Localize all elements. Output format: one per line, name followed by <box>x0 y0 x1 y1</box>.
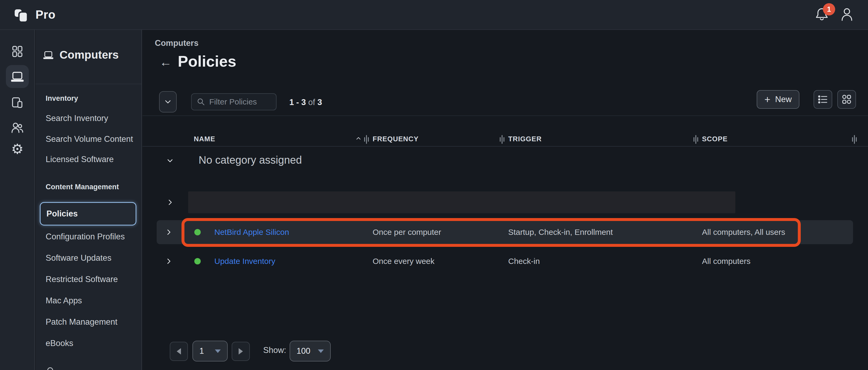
sidebar-item-mac-apps[interactable]: Mac Apps <box>45 296 82 305</box>
brand[interactable]: Pro <box>15 0 56 29</box>
rail-computers-button[interactable] <box>6 65 29 88</box>
topbar: Pro 1 <box>0 0 868 30</box>
icon-rail: ⚙ <box>0 30 35 370</box>
divider <box>143 115 868 116</box>
previous-arrow-icon <box>177 348 181 355</box>
jamf-logo-icon <box>15 7 29 22</box>
notification-badge: 1 <box>823 3 835 15</box>
policy-trigger: Startup, Check-in, Enrollment <box>508 220 613 244</box>
sidebar-item-software-updates[interactable]: Software Updates <box>45 253 111 263</box>
sidebar-item-licensed-software[interactable]: Licensed Software <box>45 155 114 164</box>
rail-users-button[interactable] <box>6 116 29 139</box>
status-enabled-dot <box>194 229 201 235</box>
back-button[interactable]: ← <box>160 55 172 69</box>
column-handle-icon[interactable] <box>851 133 857 145</box>
category-group-label: No category assigned <box>198 154 302 166</box>
column-handle-icon[interactable] <box>499 133 505 145</box>
filter-field <box>191 93 277 110</box>
divider <box>35 84 142 84</box>
plus-icon: + <box>765 94 770 104</box>
new-button-label: New <box>775 95 792 104</box>
grid-view-button[interactable] <box>837 90 856 109</box>
column-header-name[interactable]: NAME <box>194 135 215 143</box>
sidebar-item-label: Policies <box>46 209 78 218</box>
dropdown-caret-icon <box>318 349 324 353</box>
empty-row-placeholder <box>188 192 735 213</box>
rail-devices-button[interactable] <box>6 91 29 114</box>
chevron-right-icon[interactable] <box>164 257 173 266</box>
main-content: Computers ← Policies 1 - 3 of 3 + New <box>143 30 868 370</box>
results-range: 1 - 3 <box>289 98 306 107</box>
list-view-button[interactable] <box>813 90 832 109</box>
sidebar-item-policies[interactable]: Policies <box>40 202 136 226</box>
sidebar-item-clipped <box>47 367 53 370</box>
column-header-scope[interactable]: SCOPE <box>702 135 727 143</box>
table-row[interactable]: Update Inventory Once every week Check-i… <box>157 249 853 273</box>
status-enabled-dot <box>194 258 201 264</box>
sidebar-header: Computers <box>43 48 119 61</box>
current-page: 1 <box>199 346 204 356</box>
search-icon <box>196 97 206 106</box>
sidebar-item-search-inventory[interactable]: Search Inventory <box>45 113 108 123</box>
column-handle-icon[interactable] <box>364 133 369 145</box>
sidebar-item-configuration-profiles[interactable]: Configuration Profiles <box>45 232 125 241</box>
page-size-value: 100 <box>297 346 310 356</box>
dashboard-grid-icon <box>11 45 24 58</box>
next-page-button[interactable] <box>232 342 250 361</box>
laptop-icon <box>43 50 54 60</box>
column-header-trigger[interactable]: TRIGGER <box>508 135 541 143</box>
show-label: Show: <box>263 345 286 355</box>
back-arrow-icon: ← <box>160 55 172 69</box>
page-size-dropdown[interactable]: 100 <box>289 341 331 362</box>
divider <box>143 146 868 146</box>
brand-label: Pro <box>35 8 56 21</box>
rail-settings-button[interactable]: ⚙ <box>6 138 29 161</box>
policy-frequency: Once per computer <box>373 220 441 244</box>
results-total: 3 <box>317 98 322 107</box>
results-count: 1 - 3 of 3 <box>289 98 322 107</box>
chevron-down-icon[interactable] <box>165 156 175 166</box>
chevron-right-icon[interactable] <box>165 198 175 207</box>
policy-scope: All computers <box>702 249 750 273</box>
sidebar-item-ebooks[interactable]: eBooks <box>45 339 73 348</box>
breadcrumb[interactable]: Computers <box>155 38 198 48</box>
policy-trigger: Check-in <box>508 249 540 273</box>
list-view-icon <box>817 94 829 105</box>
laptop-icon <box>11 70 24 83</box>
grid-view-icon <box>841 94 852 105</box>
sidebar-item-patch-management[interactable]: Patch Management <box>45 317 118 327</box>
previous-page-button[interactable] <box>170 342 188 361</box>
sidebar-title: Computers <box>60 48 119 61</box>
sort-ascending-icon[interactable] <box>355 135 362 142</box>
policy-name-link[interactable]: Update Inventory <box>214 249 275 273</box>
users-icon <box>11 121 24 134</box>
sidebar-item-restricted-software[interactable]: Restricted Software <box>45 275 118 284</box>
new-policy-button[interactable]: + New <box>757 90 799 109</box>
section-heading-content-management: Content Management <box>45 183 119 191</box>
policy-scope: All computers, All users <box>702 220 785 244</box>
policy-name-link[interactable]: NetBird Apple Silicon <box>214 220 289 244</box>
column-header-frequency[interactable]: FREQUENCY <box>373 135 418 143</box>
section-heading-inventory: Inventory <box>45 94 78 103</box>
gear-icon: ⚙ <box>11 142 24 156</box>
table-row[interactable] <box>143 188 868 216</box>
page-number-dropdown[interactable]: 1 <box>192 341 228 362</box>
rail-dashboard-button[interactable] <box>6 40 29 63</box>
sidebar: Computers Inventory Search Inventory Sea… <box>35 30 142 370</box>
page-title: Policies <box>178 52 236 70</box>
next-arrow-icon <box>239 348 243 355</box>
policy-frequency: Once every week <box>373 249 435 273</box>
bulk-actions-dropdown-button[interactable] <box>159 91 177 112</box>
sidebar-item-search-volume-content[interactable]: Search Volume Content <box>45 134 133 144</box>
filter-input[interactable] <box>209 97 271 106</box>
user-icon <box>840 7 854 22</box>
table-header: NAME FREQUENCY TRIGGER SCOPE <box>143 133 868 146</box>
category-group-row[interactable]: No category assigned <box>143 153 868 171</box>
column-handle-icon[interactable] <box>693 133 699 145</box>
mobile-devices-icon <box>11 96 24 109</box>
chevron-right-icon[interactable] <box>164 228 173 237</box>
account-button[interactable] <box>840 7 854 22</box>
table-row[interactable]: NetBird Apple Silicon Once per computer … <box>157 220 853 244</box>
app-root: Pro 1 <box>0 0 868 370</box>
chevron-down-icon <box>163 97 173 106</box>
